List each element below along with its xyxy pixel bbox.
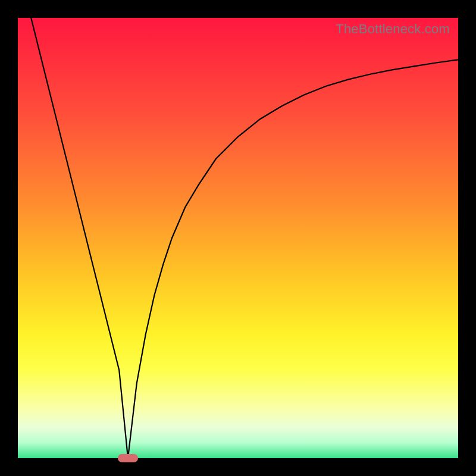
chart-curve [18,18,458,458]
chart-plot-area: TheBottleneck.com [18,18,458,458]
chart-right-branch [128,60,458,458]
chart-frame: TheBottleneck.com [0,0,476,476]
chart-left-branch [31,18,128,458]
valley-marker [118,454,138,462]
